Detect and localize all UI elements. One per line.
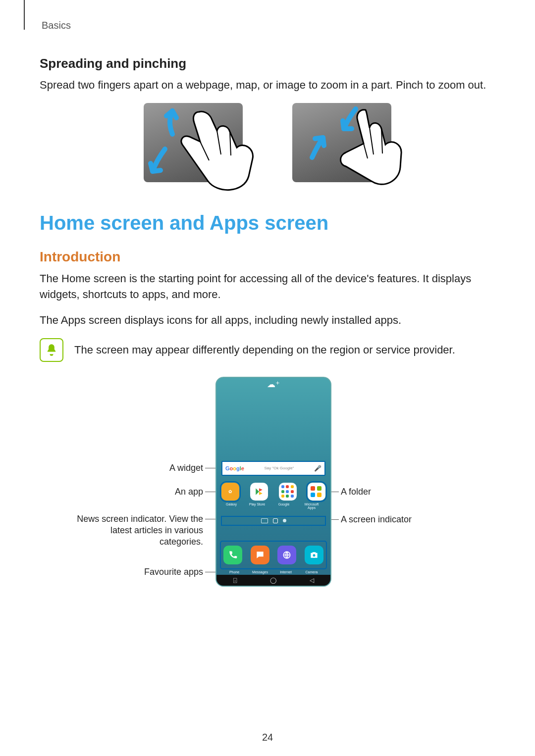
app-label-play: Play Store	[246, 503, 268, 506]
mic-icon: 🎤	[314, 465, 321, 472]
phone-mock: ☁⁺ Google Say "Ok Google" 🎤 ✿	[215, 377, 331, 587]
intro-p1: The Home screen is the starting point fo…	[40, 271, 495, 302]
dock-camera-icon	[305, 546, 323, 564]
heading-introduction: Introduction	[40, 249, 495, 265]
phone-statusbar: ☁⁺	[216, 378, 330, 392]
page-indicator-row	[221, 516, 325, 525]
dock-label-phone: Phone	[223, 570, 245, 574]
android-navbar: ⌺ ◯ ◁	[216, 575, 330, 586]
page-number: 24	[0, 732, 535, 743]
home-screen-diagram: A widget An app News screen indicator. V…	[84, 377, 451, 590]
google-search-widget: Google Say "Ok Google" 🎤	[221, 461, 325, 476]
favourites-dock	[221, 542, 325, 568]
app-galaxy-icon: ✿	[221, 483, 239, 501]
folder-google-icon	[279, 483, 297, 501]
note-text: The screen may appear differently depend…	[74, 344, 455, 356]
intro-p2: The Apps screen displays icons for all a…	[40, 312, 495, 328]
note-row: The screen may appear differently depend…	[40, 338, 495, 362]
news-indicator-icon	[261, 518, 268, 523]
heading-home-apps: Home screen and Apps screen	[40, 212, 495, 234]
spread-gesture	[144, 103, 243, 182]
app-label-galaxy: Galaxy	[220, 503, 242, 506]
callout-screen-indicator: A screen indicator	[341, 514, 412, 525]
page-dot-icon	[283, 519, 286, 522]
nav-home-icon: ◯	[270, 577, 276, 584]
spread-arrow-down-icon	[148, 147, 172, 178]
nav-back-icon: ◁	[310, 577, 314, 584]
google-logo-icon: Google	[225, 465, 244, 471]
dock-label-messages: Messages	[249, 570, 271, 574]
weather-cloud-plus-icon: ☁⁺	[267, 379, 280, 390]
app-playstore-icon	[250, 483, 268, 501]
callout-news: News screen indicator. View the latest a…	[67, 513, 203, 548]
home-app-row: ✿	[221, 483, 325, 501]
breadcrumb: Basics	[42, 20, 495, 31]
folder-msapps-icon	[308, 483, 325, 501]
dock-label-camera: Camera	[301, 570, 322, 574]
spreading-text: Spread two fingers apart on a webpage, m…	[40, 77, 495, 93]
dock-label-internet: Internet	[275, 570, 297, 574]
subheading-spreading: Spreading and pinching	[40, 56, 495, 71]
hand-pinch-icon	[318, 107, 402, 196]
page-corner-rule	[24, 0, 25, 30]
gesture-illustrations	[40, 103, 495, 182]
pinch-gesture	[292, 103, 391, 182]
app-label-msapps: Microsoft Apps	[301, 503, 322, 509]
nav-recent-icon: ⌺	[233, 577, 237, 584]
hand-spread-icon	[169, 107, 254, 196]
callout-app: An app	[84, 487, 203, 497]
note-bell-icon	[40, 338, 63, 362]
callout-widget: A widget	[84, 463, 203, 473]
callout-fav: Favourite apps	[84, 567, 203, 577]
app-label-google: Google	[273, 503, 295, 506]
dock-messages-icon	[251, 546, 269, 564]
callout-folder: A folder	[341, 487, 371, 497]
svg-point-1	[313, 554, 315, 556]
home-indicator-icon	[273, 518, 278, 523]
search-placeholder: Say "Ok Google"	[265, 466, 294, 470]
dock-phone-icon	[223, 546, 242, 564]
dock-internet-icon	[277, 546, 296, 564]
